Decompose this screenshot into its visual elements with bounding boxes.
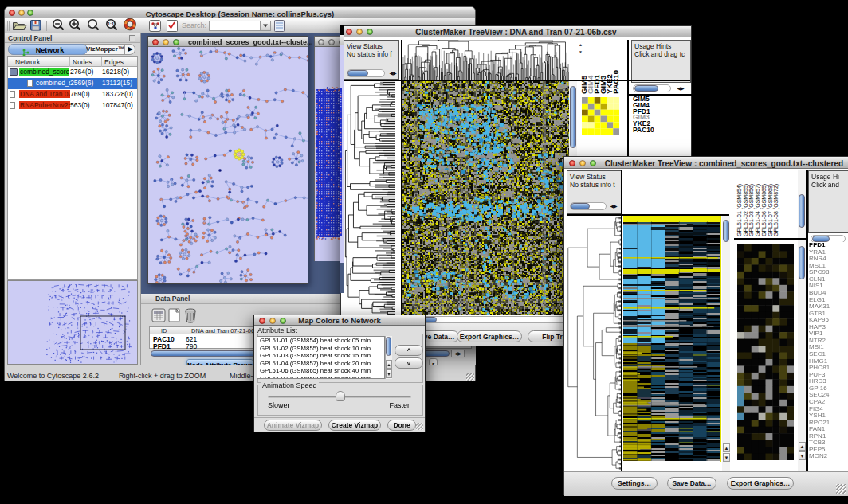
svg-text:Search:: Search: <box>182 21 206 29</box>
svg-text:1:1: 1:1 <box>108 21 114 26</box>
